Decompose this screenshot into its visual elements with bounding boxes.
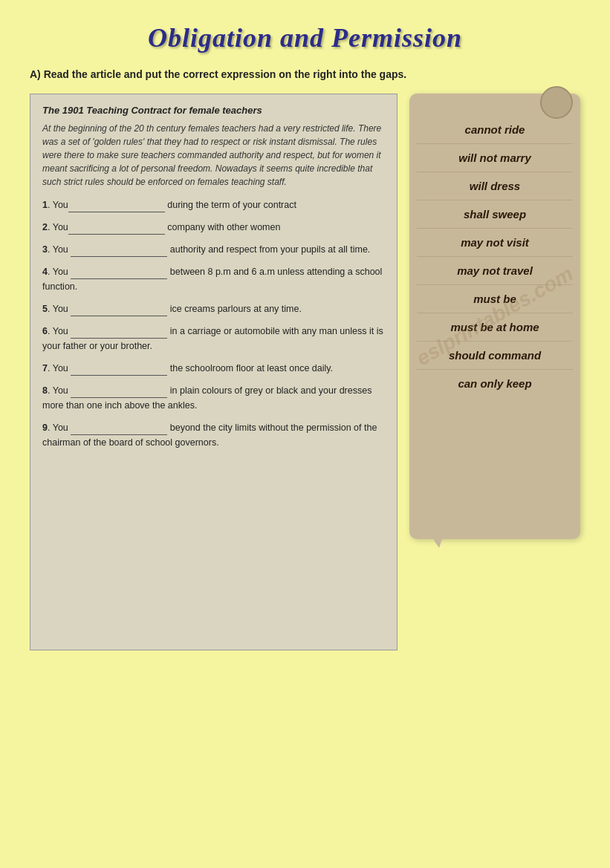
page-title: Obligation and Permission <box>30 22 580 53</box>
scroll-item-8: must be at home <box>417 313 573 342</box>
q-num-1: 1 <box>42 200 48 210</box>
q-num-6: 6 <box>42 326 48 336</box>
questions-list: 1. You during the term of your contract … <box>42 198 385 450</box>
scroll-item-5: may not visit <box>417 229 573 257</box>
q4-blank[interactable] <box>71 269 167 279</box>
article-body: At the beginning of the 20 th century fe… <box>42 122 385 189</box>
scroll-item-7: must be <box>417 285 573 313</box>
question-8: 8. You in plain colours of grey or black… <box>42 383 385 413</box>
instruction-text: A) Read the article and put the correct … <box>30 68 580 80</box>
scroll-item-9: should command <box>417 342 573 370</box>
q3-before: You <box>53 244 71 255</box>
q8-blank[interactable] <box>71 388 167 398</box>
question-1: 1. You during the term of your contract <box>42 198 385 212</box>
q1-blank[interactable] <box>68 202 165 212</box>
scroll-item-4: shall sweep <box>417 200 573 229</box>
question-7: 7. You the schoolroom floor at least onc… <box>42 361 385 376</box>
q7-before: You <box>53 363 71 373</box>
q-num-2: 2 <box>42 222 48 232</box>
q2-before: You <box>53 222 68 232</box>
question-4: 4. You between 8 p.m and 6 a.m unless at… <box>42 264 385 294</box>
q9-before: You <box>53 422 71 433</box>
q4-before: You <box>53 267 71 277</box>
scroll-item-2: will not marry <box>417 144 573 172</box>
scroll-item-1: cannot ride <box>417 116 573 144</box>
scroll-item-6: may not travel <box>417 257 573 285</box>
scroll-wrapper: eslprintables.com cannot ride will not m… <box>409 94 580 539</box>
q6-before: You <box>53 326 71 336</box>
q3-blank[interactable] <box>71 247 167 257</box>
scroll-item-3: will dress <box>417 172 573 200</box>
q8-before: You <box>53 385 71 396</box>
scroll-item-10: can only keep <box>417 370 573 397</box>
q5-blank[interactable] <box>71 306 167 316</box>
q-num-4: 4 <box>42 267 48 277</box>
q-num-8: 8 <box>42 385 48 396</box>
q2-after: company with other women <box>167 222 280 232</box>
q5-after: ice creams parlours at any time. <box>170 304 302 314</box>
q-num-5: 5 <box>42 304 48 314</box>
q-num-3: 3 <box>42 244 48 255</box>
q7-after: the schoolroom floor at least once daily… <box>170 363 333 373</box>
question-2: 2. You company with other women <box>42 220 385 235</box>
q2-blank[interactable] <box>68 224 165 235</box>
main-content-area: The 1901 Teaching Contract for female te… <box>30 94 580 650</box>
q1-before: You <box>53 200 68 210</box>
question-6: 6. You in a carriage or automobile with … <box>42 324 385 353</box>
question-9: 9. You beyond the city limits without th… <box>42 420 385 450</box>
q-num-9: 9 <box>42 422 48 433</box>
q6-blank[interactable] <box>71 328 167 339</box>
article-title: The 1901 Teaching Contract for female te… <box>42 105 385 116</box>
scroll-panel: eslprintables.com cannot ride will not m… <box>409 94 580 539</box>
q7-blank[interactable] <box>71 365 167 376</box>
q1-after: during the term of your contract <box>167 200 296 210</box>
q5-before: You <box>53 304 71 314</box>
q3-after: authority and respect from your pupils a… <box>170 244 371 255</box>
q-num-7: 7 <box>42 363 48 373</box>
article-box: The 1901 Teaching Contract for female te… <box>30 94 398 650</box>
q9-blank[interactable] <box>71 425 167 435</box>
question-5: 5. You ice creams parlours at any time. <box>42 301 385 316</box>
question-3: 3. You authority and respect from your p… <box>42 242 385 257</box>
